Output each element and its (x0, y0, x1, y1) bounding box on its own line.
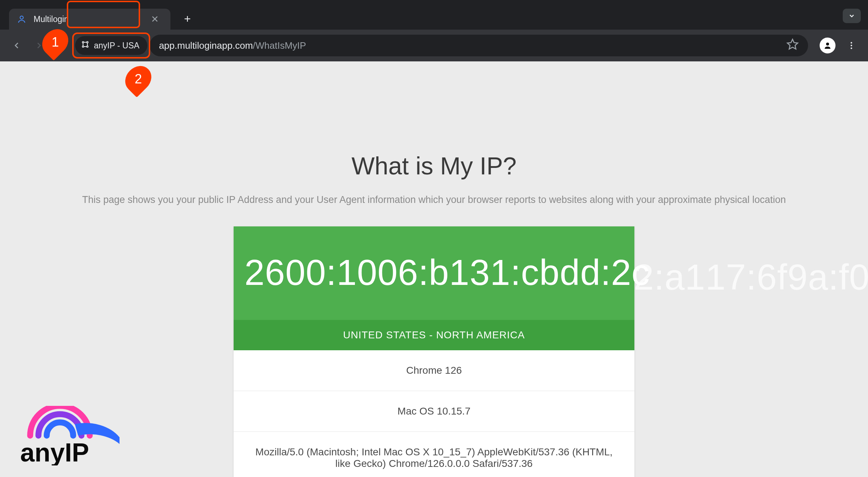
tab-title: Multilogin (34, 14, 69, 24)
anyip-logo: anyIP (20, 406, 139, 467)
toolbar-right (820, 37, 860, 54)
url-domain: app.multiloginapp.com (159, 40, 253, 51)
page-title: What is My IP? (0, 152, 868, 180)
profile-button[interactable] (820, 38, 836, 53)
browser-tab[interactable]: Multilogin ✕ (9, 9, 170, 30)
proxy-label: anyIP - USA (94, 41, 139, 51)
svg-point-3 (82, 46, 84, 47)
svg-point-7 (851, 42, 852, 43)
ip-card: 2600:1006:b131:cbdd:2c UNITED STATES - N… (234, 226, 634, 477)
user-agent-row: Mozilla/5.0 (Macintosh; Intel Mac OS X 1… (234, 432, 634, 477)
browser-toolbar: anyIP - USA app.multiloginapp.com/WhatIs… (0, 30, 868, 61)
page-subtitle: This page shows you your public IP Addre… (0, 194, 868, 205)
new-tab-button[interactable]: + (180, 12, 195, 26)
titlebar-right (843, 9, 861, 23)
logo-text: anyIP (20, 438, 89, 465)
svg-point-0 (20, 16, 23, 19)
ip-address-overflow: 2:a117:6f9a:f0 (634, 256, 868, 298)
svg-point-1 (82, 42, 84, 43)
kebab-menu-button[interactable] (843, 37, 860, 54)
url-path: /WhatIsMyIP (253, 40, 306, 51)
svg-point-2 (87, 42, 88, 43)
browser-row: Chrome 126 (234, 350, 634, 391)
tab-favicon-icon (17, 14, 26, 24)
address-bar[interactable]: app.multiloginapp.com/WhatIsMyIP (149, 35, 808, 56)
proxy-indicator-pill[interactable]: anyIP - USA (75, 36, 147, 55)
browser-titlebar: Multilogin ✕ + (0, 0, 868, 30)
proxy-icon (81, 40, 90, 51)
svg-point-8 (851, 45, 852, 46)
page-content: What is My IP? This page shows you your … (0, 61, 868, 477)
svg-point-9 (851, 47, 852, 49)
svg-marker-5 (787, 39, 798, 49)
ip-address-display: 2600:1006:b131:cbdd:2c (234, 226, 634, 320)
os-row: Mac OS 10.15.7 (234, 391, 634, 432)
ip-location: UNITED STATES - NORTH AMERICA (234, 320, 634, 350)
close-tab-button[interactable]: ✕ (148, 13, 162, 26)
svg-point-4 (87, 46, 88, 47)
omnibox-actions (786, 38, 799, 53)
bookmark-star-icon[interactable] (786, 38, 799, 53)
tabs-dropdown-button[interactable] (843, 9, 861, 23)
back-button[interactable] (8, 37, 25, 54)
svg-point-6 (826, 43, 829, 45)
